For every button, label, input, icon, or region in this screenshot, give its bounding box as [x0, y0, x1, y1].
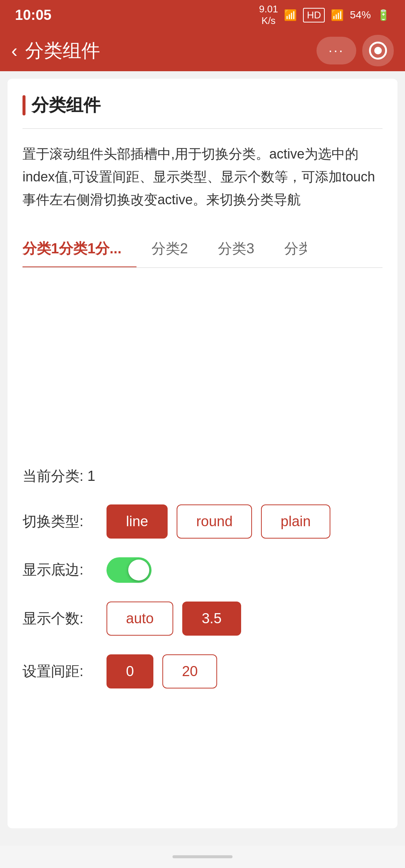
type-btn-line[interactable]: line — [106, 504, 168, 539]
more-button[interactable]: ··· — [316, 37, 356, 64]
gap-btn-20[interactable]: 20 — [162, 654, 217, 688]
main-content: 分类组件 置于滚动组件头部插槽中,用于切换分类。active为选中的index值… — [8, 79, 398, 828]
status-time: 10:05 — [15, 7, 51, 23]
record-button[interactable] — [362, 35, 394, 66]
network-speed-icon: 9.01K/s — [259, 3, 278, 27]
type-btn-plain[interactable]: plain — [261, 504, 330, 539]
tab-item-1[interactable]: 分类1分类1分... — [22, 230, 136, 267]
app-bar: ‹ 分类组件 ··· — [0, 30, 405, 71]
count-row: 显示个数: auto 3.5 — [22, 602, 382, 636]
app-bar-left: ‹ 分类组件 — [11, 38, 100, 63]
border-toggle[interactable] — [106, 557, 152, 583]
bottom-bar — [0, 846, 405, 868]
wifi-icon: 📶 — [284, 9, 297, 21]
battery-text: 54% — [350, 9, 371, 21]
back-button[interactable]: ‹ — [11, 41, 18, 60]
count-label: 显示个数: — [22, 609, 98, 628]
tabs-container: 分类1分类1分... 分类2 分类3 分类 — [22, 230, 382, 268]
gap-label: 设置间距: — [22, 662, 98, 681]
tab-item-3[interactable]: 分类3 — [203, 230, 269, 267]
app-bar-title: 分类组件 — [25, 38, 100, 63]
count-btn-3-5[interactable]: 3.5 — [182, 602, 241, 636]
record-icon — [369, 42, 387, 60]
type-btn-round[interactable]: round — [177, 504, 252, 539]
divider — [22, 128, 382, 129]
count-btn-auto[interactable]: auto — [106, 602, 173, 636]
type-switch-row: 切换类型: line round plain — [22, 504, 382, 539]
tab-content-area — [22, 287, 382, 437]
controls-section: 当前分类: 1 切换类型: line round plain 显示底边: 显示个… — [22, 459, 382, 688]
status-bar: 10:05 9.01K/s 📶 HD 📶 54% 🔋 — [0, 0, 405, 30]
hd-badge: HD — [303, 8, 325, 22]
section-title-row: 分类组件 — [22, 94, 382, 117]
signal-icon: 📶 — [331, 9, 344, 21]
battery-icon: 🔋 — [377, 9, 390, 21]
section-description: 置于滚动组件头部插槽中,用于切换分类。active为选中的index值,可设置间… — [22, 142, 382, 211]
status-icons: 9.01K/s 📶 HD 📶 54% 🔋 — [259, 3, 390, 27]
border-label: 显示底边: — [22, 560, 98, 579]
gap-row: 设置间距: 0 20 — [22, 654, 382, 688]
app-bar-right: ··· — [316, 35, 394, 66]
section-title: 分类组件 — [32, 94, 100, 117]
tab-item-4[interactable]: 分类 — [269, 230, 307, 267]
bottom-indicator — [172, 855, 232, 858]
title-bar-decoration — [22, 95, 26, 115]
gap-btn-0[interactable]: 0 — [106, 654, 153, 688]
current-category-label: 当前分类: 1 — [22, 467, 382, 486]
toggle-knob — [128, 560, 149, 581]
border-row: 显示底边: — [22, 557, 382, 583]
type-label: 切换类型: — [22, 512, 98, 531]
tab-item-2[interactable]: 分类2 — [136, 230, 203, 267]
